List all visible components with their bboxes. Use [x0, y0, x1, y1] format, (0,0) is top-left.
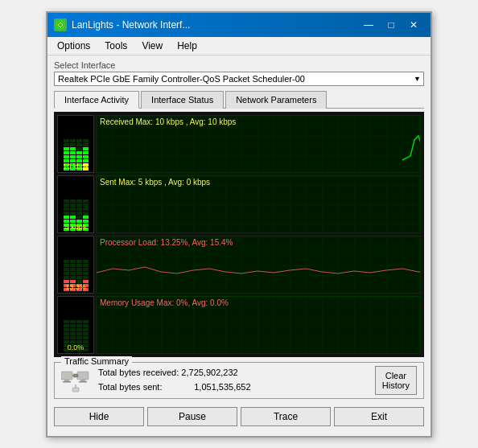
bar-label-sent: 5 kbps	[58, 223, 93, 231]
menu-view[interactable]: View	[135, 39, 169, 53]
minimize-button[interactable]: —	[358, 17, 379, 33]
charts-container: 10 kbps Received Max: 10 kbps , Avg: 10 …	[54, 112, 424, 357]
chart-title-received: Received Max: 10 kbps , Avg: 10 kbps	[100, 117, 236, 126]
received-stat: Total bytes received: 2,725,902,232	[98, 366, 367, 380]
sent-stat: Total bytes sent: 1,051,535,652	[98, 380, 367, 395]
network-icon	[61, 368, 90, 393]
traffic-stats: Total bytes received: 2,725,902,232 Tota…	[98, 366, 367, 394]
sent-label: Total bytes sent:	[98, 382, 163, 392]
interface-select-wrapper: Realtek PCIe GbE Family Controller-QoS P…	[54, 72, 424, 86]
bottom-buttons: Hide Pause Trace Exit	[54, 404, 424, 431]
bar-label-processor: 13.3%	[58, 283, 93, 291]
chart-row-memory: 0.0% Memory Usage Max: 0%, Avg: 0.0%	[57, 296, 421, 354]
menu-tools[interactable]: Tools	[98, 39, 134, 53]
menu-options[interactable]: Options	[51, 39, 97, 53]
chart-title-memory: Memory Usage Max: 0%, Avg: 0.0%	[100, 298, 229, 307]
received-value: 2,725,902,232	[181, 368, 237, 377]
menubar: Options Tools View Help	[47, 37, 431, 55]
titlebar: LanLights - Network Interf... — □ ✕	[47, 13, 431, 37]
svg-rect-14	[73, 374, 78, 377]
content-area: Select Interface Realtek PCIe GbE Family…	[47, 55, 431, 436]
svg-rect-6	[64, 380, 69, 381]
bar-label-memory: 0.0%	[58, 343, 93, 351]
chart-graph-received: Received Max: 10 kbps , Avg: 10 kbps	[96, 115, 421, 173]
tab-interface-status[interactable]: Interface Status	[141, 91, 224, 109]
svg-rect-7	[63, 381, 71, 383]
tabs: Interface Activity Interface Status Netw…	[54, 91, 424, 109]
app-icon	[54, 18, 67, 31]
trace-button[interactable]: Trace	[241, 407, 331, 426]
titlebar-left: LanLights - Network Interf...	[54, 18, 190, 31]
network-computers-icon	[61, 368, 90, 393]
traffic-summary-legend: Traffic Summary	[61, 356, 132, 366]
svg-rect-9	[80, 380, 85, 381]
chart-row-received: 10 kbps Received Max: 10 kbps , Avg: 10 …	[57, 115, 421, 173]
chart-graph-processor: Processor Load: 13.25%, Avg: 15.4%	[96, 236, 421, 294]
tab-interface-activity[interactable]: Interface Activity	[54, 91, 139, 109]
close-button[interactable]: ✕	[403, 17, 424, 33]
bar-meter-sent: 5 kbps	[57, 175, 94, 233]
chart-graph-sent: Sent Max: 5 kbps , Avg: 0 kbps	[96, 175, 421, 233]
window-title: LanLights - Network Interf...	[72, 19, 190, 31]
chart-title-processor: Processor Load: 13.25%, Avg: 15.4%	[100, 238, 233, 247]
clear-history-button[interactable]: ClearHistory	[375, 366, 417, 395]
interface-selector-label: Select Interface	[54, 60, 424, 70]
svg-rect-10	[79, 381, 87, 383]
main-window: LanLights - Network Interf... — □ ✕ Opti…	[46, 11, 432, 438]
bar-meter-memory: 0.0%	[57, 296, 94, 354]
bar-label-received: 10 kbps	[58, 162, 93, 171]
tab-network-parameters[interactable]: Network Parameters	[225, 91, 327, 109]
chart-row-sent: 5 kbps Sent Max: 5 kbps , Avg: 0 kbps	[57, 175, 421, 233]
bar-meter-received: 10 kbps	[57, 115, 94, 173]
titlebar-controls: — □ ✕	[358, 17, 424, 33]
chart-row-processor: 13.3% Processor Load: 13.25%, Avg: 15.4%	[57, 236, 421, 294]
maximize-button[interactable]: □	[381, 17, 402, 33]
bar-meter-processor: 13.3%	[57, 236, 94, 294]
traffic-summary: Traffic Summary	[54, 362, 424, 399]
sent-value: 1,051,535,652	[194, 382, 250, 392]
exit-button[interactable]: Exit	[334, 407, 424, 426]
received-label: Total bytes received:	[98, 368, 179, 377]
interface-select[interactable]: Realtek PCIe GbE Family Controller-QoS P…	[54, 72, 424, 86]
svg-rect-16	[72, 388, 79, 392]
menu-help[interactable]: Help	[171, 39, 204, 53]
svg-rect-8	[77, 372, 89, 380]
hide-button[interactable]: Hide	[54, 407, 144, 426]
svg-rect-5	[61, 372, 72, 380]
chart-graph-memory: Memory Usage Max: 0%, Avg: 0.0%	[96, 296, 421, 354]
chart-title-sent: Sent Max: 5 kbps , Avg: 0 kbps	[100, 178, 210, 187]
pause-button[interactable]: Pause	[147, 407, 237, 426]
